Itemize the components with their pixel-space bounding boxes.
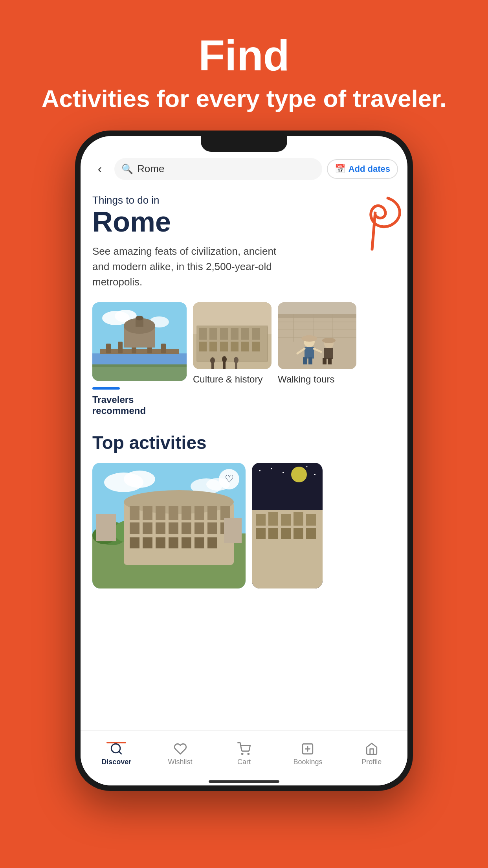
- svg-rect-7: [118, 342, 123, 353]
- add-dates-label: Add dates: [349, 164, 390, 174]
- svg-rect-106: [268, 512, 278, 526]
- svg-rect-52: [303, 357, 307, 364]
- activity-card-night[interactable]: [252, 463, 323, 588]
- travelers-image-svg: [92, 302, 187, 381]
- categories-row: Travelersrecommend: [92, 302, 396, 416]
- category-label-walking: Walking tours: [278, 374, 356, 385]
- svg-point-33: [210, 357, 215, 364]
- home-indicator: [81, 778, 407, 785]
- nav-cart[interactable]: Cart: [212, 742, 276, 766]
- nav-wishlist[interactable]: Wishlist: [148, 742, 212, 766]
- svg-rect-6: [106, 344, 111, 353]
- svg-rect-88: [130, 537, 139, 548]
- phone-content: ‹ 🔍 Rome 📅 Add dates Things to do in: [81, 136, 407, 785]
- nav-bookings-label: Bookings: [293, 758, 322, 766]
- city-description: See amazing feats of civilization, ancie…: [92, 244, 281, 290]
- svg-rect-21: [199, 328, 207, 340]
- svg-rect-26: [252, 328, 260, 340]
- category-image-walking: [278, 302, 356, 369]
- svg-point-100: [271, 468, 272, 469]
- svg-rect-93: [194, 537, 204, 548]
- bookings-icon: [301, 742, 314, 756]
- svg-rect-53: [308, 357, 312, 364]
- back-button[interactable]: ‹: [90, 159, 110, 179]
- category-label-culture: Culture & history: [193, 374, 272, 385]
- svg-point-98: [291, 467, 307, 482]
- nav-profile[interactable]: Profile: [340, 742, 404, 766]
- svg-rect-32: [252, 342, 260, 351]
- svg-rect-42: [278, 314, 356, 318]
- svg-rect-91: [169, 537, 178, 548]
- svg-rect-23: [220, 328, 228, 340]
- svg-rect-31: [241, 342, 249, 351]
- svg-rect-24: [231, 328, 238, 340]
- search-query: Rome: [137, 163, 164, 175]
- wishlist-button-colosseum[interactable]: ♡: [219, 469, 239, 489]
- category-image-travelers: [92, 302, 187, 381]
- svg-line-116: [119, 751, 121, 754]
- svg-point-99: [259, 470, 261, 471]
- svg-point-102: [306, 466, 308, 467]
- search-bar[interactable]: 🔍 Rome: [114, 158, 322, 180]
- svg-rect-41: [278, 314, 356, 369]
- svg-point-14: [136, 316, 143, 320]
- svg-rect-80: [130, 522, 139, 534]
- svg-rect-86: [207, 522, 217, 534]
- nav-discover[interactable]: Discover: [84, 742, 148, 766]
- svg-rect-108: [294, 512, 303, 526]
- svg-rect-85: [194, 522, 204, 534]
- nav-wishlist-label: Wishlist: [168, 758, 193, 766]
- phone-notch: [201, 136, 287, 152]
- svg-point-117: [242, 753, 243, 754]
- home-bar: [209, 780, 279, 783]
- svg-rect-76: [182, 506, 191, 520]
- svg-rect-105: [256, 514, 266, 526]
- calendar-icon: 📅: [335, 164, 345, 174]
- svg-point-63: [124, 471, 155, 488]
- svg-rect-79: [220, 506, 230, 520]
- svg-rect-51: [305, 347, 314, 359]
- svg-rect-78: [207, 506, 217, 520]
- header-subtitle: Activities for every type of traveler.: [42, 83, 446, 115]
- active-indicator: [92, 387, 120, 390]
- nav-discover-label: Discover: [101, 758, 131, 766]
- category-card-walking[interactable]: Walking tours: [278, 302, 356, 416]
- main-content: Things to do in Rome See amazing feats o…: [81, 186, 407, 730]
- svg-rect-109: [306, 514, 316, 526]
- header-title: Find: [42, 31, 446, 79]
- svg-point-35: [222, 356, 227, 362]
- svg-rect-77: [194, 506, 204, 520]
- svg-rect-90: [156, 537, 165, 548]
- svg-rect-114: [306, 528, 316, 539]
- svg-point-118: [248, 753, 249, 754]
- activities-row: ♡: [92, 463, 396, 588]
- svg-rect-82: [156, 522, 165, 534]
- walking-image-svg: [278, 302, 356, 369]
- svg-rect-22: [209, 328, 217, 340]
- svg-rect-72: [130, 506, 139, 520]
- category-card-culture[interactable]: Culture & history: [193, 302, 272, 416]
- svg-rect-83: [169, 522, 178, 534]
- activity-card-colosseum[interactable]: ♡: [92, 463, 246, 588]
- nav-bookings[interactable]: Bookings: [276, 742, 339, 766]
- category-label-travelers: Travelersrecommend: [92, 394, 187, 416]
- top-activities-title: Top activities: [92, 432, 396, 453]
- nav-cart-label: Cart: [237, 758, 251, 766]
- profile-icon: [365, 742, 378, 756]
- svg-rect-27: [199, 342, 207, 351]
- svg-rect-89: [143, 537, 152, 548]
- discover-icon: [110, 742, 123, 756]
- svg-rect-28: [209, 342, 217, 351]
- category-card-travelers[interactable]: Travelersrecommend: [92, 302, 187, 416]
- svg-rect-56: [324, 348, 333, 359]
- svg-rect-94: [207, 537, 217, 548]
- add-dates-button[interactable]: 📅 Add dates: [327, 159, 398, 179]
- svg-rect-30: [231, 342, 238, 351]
- svg-rect-96: [224, 518, 242, 543]
- culture-image-svg: [193, 302, 272, 369]
- svg-rect-74: [156, 506, 165, 520]
- nav-profile-label: Profile: [361, 758, 382, 766]
- cart-icon: [237, 742, 251, 756]
- activity-night-svg: [252, 463, 323, 588]
- phone-screen: ‹ 🔍 Rome 📅 Add dates Things to do in: [81, 136, 407, 785]
